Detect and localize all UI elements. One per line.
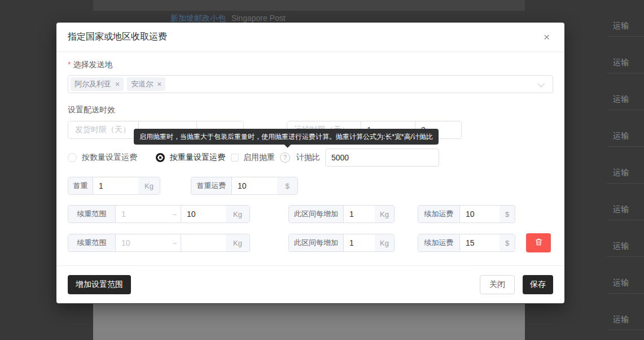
range-to-input[interactable] [181,206,226,223]
chevron-down-icon [538,80,545,88]
step-input[interactable] [344,206,375,223]
step-group: 此区间每增加 Kg [288,234,395,252]
volumetric-weight-tooltip: 启用抛重时，当抛重大于包装后重量时，使用抛重进行运费计算。抛重计算公式为:长*宽… [134,129,439,145]
country-tag-label: 安道尔 [131,79,153,89]
dialog-footer: 增加设置范围 关闭 保存 [56,265,564,303]
weight-range-row: 续重范围 ~ Kg 此区间每增加 Kg 续加运费 $ [68,233,553,252]
weight-range-row: 续重范围 ~ Kg 此区间每增加 Kg 续加运费 $ [68,205,553,223]
ratio-input[interactable] [325,149,439,167]
added-fee-input[interactable] [460,206,500,223]
country-tag: 阿尔及利亚 × [71,77,124,91]
delivery-section-label: 设置配送时效 [68,106,553,114]
table-row: 运输 [607,37,644,73]
destination-select[interactable]: 阿尔及利亚 × 安道尔 × [68,75,553,93]
step-label: 此区间每增加 [289,234,344,251]
table-row: 运输 [607,73,644,110]
range-to-input[interactable] [181,234,226,251]
required-mark: * [68,60,71,69]
range-from-input[interactable] [116,234,169,251]
currency-unit-label: $ [500,234,515,251]
range-group: 续重范围 ~ Kg [68,234,250,252]
by-quantity-label[interactable]: 按数量设置运费 [82,152,137,163]
shipping-fee-dialog: 指定国家或地区收取运费 × *选择发送地 阿尔及利亚 × 安道尔 × 设置配送时… [56,23,564,303]
delete-row-button[interactable] [526,233,551,252]
first-weight-label: 首重 [68,177,93,194]
country-tag: 安道尔 × [127,77,165,91]
table-row: 运输 [607,184,644,220]
country-tag-label: 阿尔及利亚 [75,79,111,89]
by-weight-label[interactable]: 按重量设置运费 [170,152,225,163]
table-row: 运输 [607,0,644,37]
weight-unit-label: Kg [138,177,160,194]
dialog-header: 指定国家或地区收取运费 × [56,23,564,52]
added-fee-group: 续加运费 $ [418,205,515,223]
ratio-label: 计抛比 [296,152,320,163]
weight-unit-label: Kg [226,206,249,223]
close-button[interactable]: 关闭 [480,275,515,294]
background-table-column: 运输 运输 运输 运输 运输 运输 运输 运输 运输 [607,0,644,340]
range-separator: ~ [169,206,181,223]
added-fee-label: 续加运费 [418,234,460,251]
weight-unit-label: Kg [375,206,394,223]
add-range-button[interactable]: 增加设置范围 [68,275,131,294]
close-icon[interactable]: × [540,30,553,43]
background-card-top [93,0,525,11]
range-group: 续重范围 ~ Kg [68,205,250,223]
step-group: 此区间每增加 Kg [288,205,395,223]
added-fee-label: 续加运费 [418,206,460,223]
currency-unit-label: $ [277,177,297,194]
weight-unit-label: Kg [226,234,249,251]
first-weight-input[interactable] [93,177,138,194]
dialog-title: 指定国家或地区收取运费 [68,31,167,43]
first-fee-label: 首重运费 [191,177,232,194]
table-row: 运输 [607,220,644,257]
volumetric-weight-checkbox[interactable] [231,154,239,162]
help-icon[interactable]: ? [280,152,290,163]
step-input[interactable] [344,234,375,251]
added-fee-input[interactable] [460,234,500,251]
dialog-body: *选择发送地 阿尔及利亚 × 安道尔 × 设置配送时效 发货时限（天） ~ 运输… [56,60,564,252]
table-row: 运输 [607,110,644,147]
range-label: 续重范围 [68,206,116,223]
trash-icon [535,238,543,248]
first-weight-row: 首重 Kg 首重运费 $ [68,177,553,195]
pricing-mode-row: 按数量设置运费 按重量设置运费 启用抛重 ? 计抛比 [68,149,553,167]
first-fee-group: 首重运费 $ [191,177,298,195]
remove-tag-icon[interactable]: × [157,80,161,88]
by-weight-radio[interactable] [156,153,165,162]
first-fee-input[interactable] [232,177,277,194]
carrier-link: 新加坡邮政小包 [170,14,226,23]
weight-unit-label: Kg [375,234,394,251]
range-from-input[interactable] [116,206,169,223]
background-card-bottom [93,304,525,340]
volumetric-weight-label[interactable]: 启用抛重 [243,152,275,163]
save-button[interactable]: 保存 [523,275,553,294]
range-label: 续重范围 [68,234,116,251]
table-row: 运输 [607,147,644,184]
origin-label: *选择发送地 [68,60,553,68]
added-fee-group: 续加运费 $ [418,234,515,252]
by-quantity-radio[interactable] [68,153,77,162]
first-weight-group: 首重 Kg [68,177,160,195]
carrier-name-en: Singapore Post [231,14,286,23]
range-separator: ~ [169,234,181,251]
table-row: 运输 [607,294,644,330]
table-row: 运输 [607,257,644,294]
currency-unit-label: $ [500,206,515,223]
remove-tag-icon[interactable]: × [115,80,120,88]
ship-time-label: 发货时限（天） [68,121,139,138]
step-label: 此区间每增加 [289,206,344,223]
